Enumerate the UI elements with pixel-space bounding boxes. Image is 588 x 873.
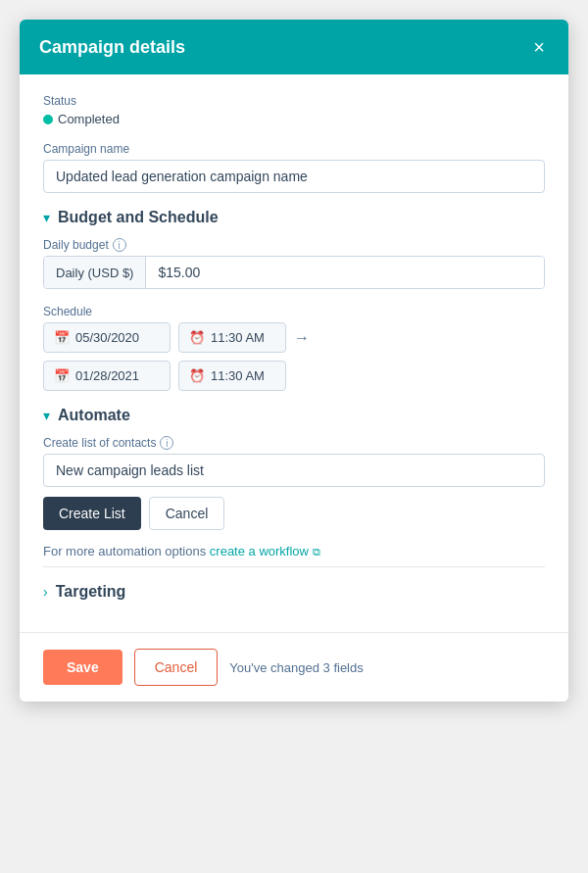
schedule-end-row: 📅 01/28/2021 ⏰ 11:30 AM [43,361,545,391]
start-date-value: 05/30/2020 [75,330,139,345]
end-date-value: 01/28/2021 [75,368,139,383]
daily-budget-group: Daily budget i Daily (USD $) $15.00 [43,238,545,289]
campaign-details-modal: Campaign details × Status Completed Camp… [20,20,568,702]
workflow-link[interactable]: create a workflow [210,544,309,558]
automate-section-header[interactable]: ▾ Automate [43,407,545,424]
daily-budget-label: Daily budget i [43,238,545,252]
start-time-value: 11:30 AM [211,330,265,345]
end-date-input[interactable]: 📅 01/28/2021 [43,361,171,391]
schedule-label: Schedule [43,305,545,318]
budget-type-label: Daily (USD $) [44,257,146,288]
contacts-list-input[interactable] [43,454,545,487]
contacts-label: Create list of contacts i [43,436,545,450]
calendar-icon-end: 📅 [54,368,70,383]
status-label: Status [43,94,545,108]
contacts-info-icon[interactable]: i [160,436,173,450]
budget-section-header[interactable]: ▾ Budget and Schedule [43,209,545,226]
budget-chevron-icon: ▾ [43,210,50,225]
modal-header: Campaign details × [20,20,568,74]
close-button[interactable]: × [529,35,549,59]
create-list-button[interactable]: Create List [43,497,141,530]
automate-section: ▾ Automate Create list of contacts i Cre… [43,407,545,558]
campaign-name-input[interactable] [43,160,545,193]
automate-section-title: Automate [58,407,130,424]
status-group: Status Completed [43,94,545,126]
modal-title: Campaign details [39,37,185,58]
targeting-section-title: Targeting [56,583,126,601]
status-dot [43,115,53,124]
create-list-btn-row: Create List Cancel [43,497,545,530]
schedule-group: Schedule 📅 05/30/2020 ⏰ 11:30 AM → [43,305,545,391]
schedule-start-row: 📅 05/30/2020 ⏰ 11:30 AM → [43,322,545,353]
campaign-name-group: Campaign name [43,142,545,193]
daily-budget-info-icon[interactable]: i [113,238,126,252]
start-time-input[interactable]: ⏰ 11:30 AM [178,322,286,353]
end-time-input[interactable]: ⏰ 11:30 AM [178,361,286,391]
budget-row: Daily (USD $) $15.00 [43,256,545,289]
cancel-list-button[interactable]: Cancel [149,497,225,530]
automation-text: For more automation options create a wor… [43,544,545,558]
end-time-value: 11:30 AM [211,368,265,383]
cancel-button[interactable]: Cancel [134,649,219,686]
targeting-divider [43,566,545,567]
modal-footer: Save Cancel You've changed 3 fields [20,632,568,702]
budget-section-title: Budget and Schedule [58,209,219,226]
arrow-right-icon: → [294,329,310,347]
automate-chevron-icon: ▾ [43,408,50,423]
campaign-name-label: Campaign name [43,142,545,156]
status-value: Completed [58,112,120,126]
status-badge: Completed [43,112,545,126]
modal-body: Status Completed Campaign name ▾ Budget … [20,74,568,632]
clock-icon-end: ⏰ [189,368,205,383]
calendar-icon: 📅 [54,330,70,345]
targeting-section-header[interactable]: › Targeting [43,583,545,601]
external-link-icon: ⧉ [313,546,320,558]
clock-icon: ⏰ [189,330,205,345]
changed-fields-text: You've changed 3 fields [229,660,363,675]
targeting-section: › Targeting [43,566,545,601]
save-button[interactable]: Save [43,650,122,685]
budget-value[interactable]: $15.00 [146,257,544,288]
schedule-grid: 📅 05/30/2020 ⏰ 11:30 AM → 📅 01/28/2021 [43,322,545,391]
start-date-input[interactable]: 📅 05/30/2020 [43,322,171,353]
targeting-chevron-icon: › [43,584,48,600]
